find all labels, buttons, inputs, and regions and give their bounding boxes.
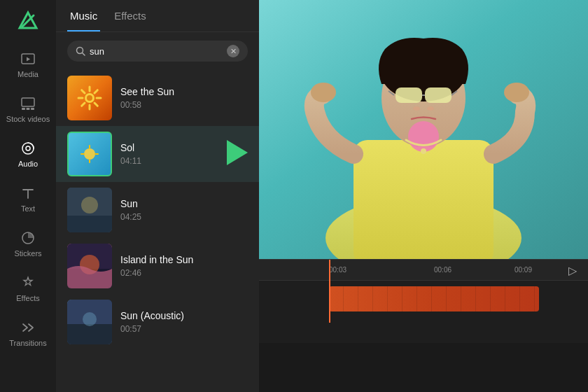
main-area: 00:03 00:06 00:09 ▷ xyxy=(259,0,588,392)
sidebar-item-media-label: Media xyxy=(18,70,38,78)
svg-rect-41 xyxy=(425,88,451,103)
audio-icon xyxy=(20,140,36,157)
list-item[interactable]: Island in the Sun 02:46 xyxy=(56,238,259,294)
search-clear-button[interactable]: ✕ xyxy=(227,45,239,57)
panel-tabs: Music Effects xyxy=(56,0,259,32)
music-info: Island in the Sun 02:46 xyxy=(120,254,248,278)
music-info: See the Sun 00:58 xyxy=(120,86,248,110)
svg-point-47 xyxy=(408,121,439,152)
music-title: Sun xyxy=(120,198,248,209)
stickers-icon xyxy=(20,230,36,246)
music-duration: 00:57 xyxy=(120,324,248,334)
svg-line-19 xyxy=(82,103,85,106)
sidebar-item-effects[interactable]: Effects xyxy=(3,266,53,311)
svg-rect-40 xyxy=(396,88,422,103)
sidebar-item-stock-videos-label: Stock videos xyxy=(6,115,50,123)
list-item[interactable]: Sun (Acoustic) 00:57 xyxy=(56,294,259,350)
transitions-icon xyxy=(20,319,36,336)
list-item[interactable]: Sol 04:11 xyxy=(56,126,259,182)
music-title: Sun (Acoustic) xyxy=(120,310,248,321)
sidebar-item-audio[interactable]: Audio xyxy=(3,132,53,176)
svg-rect-4 xyxy=(27,108,30,110)
timeline-marker-2: 00:06 xyxy=(434,266,451,274)
effects-icon xyxy=(20,274,36,291)
music-title: See the Sun xyxy=(120,86,248,97)
timeline-play-button[interactable]: ▷ xyxy=(568,263,577,276)
tab-music[interactable]: Music xyxy=(67,0,100,31)
music-panel: Music Effects ✕ xyxy=(56,0,259,392)
svg-line-16 xyxy=(82,90,85,93)
timeline: 00:03 00:06 00:09 ▷ xyxy=(259,259,588,343)
sidebar-item-text-label: Text xyxy=(21,204,35,213)
stock-videos-icon xyxy=(20,95,36,112)
music-duration: 00:58 xyxy=(120,100,248,110)
music-info: Sun (Acoustic) 00:57 xyxy=(120,310,248,334)
svg-point-48 xyxy=(311,83,336,102)
sidebar-item-stickers[interactable]: Stickers xyxy=(3,221,53,266)
music-thumbnail xyxy=(67,188,112,232)
svg-point-20 xyxy=(84,148,95,160)
search-input[interactable] xyxy=(90,46,223,57)
sidebar-item-effects-label: Effects xyxy=(16,294,39,302)
svg-point-33 xyxy=(83,312,97,326)
music-thumbnail xyxy=(67,76,112,120)
timeline-playhead xyxy=(329,260,330,323)
music-thumbnail xyxy=(67,132,112,176)
search-bar: ✕ xyxy=(67,41,248,62)
app-logo xyxy=(13,6,43,36)
search-icon xyxy=(76,46,85,56)
svg-point-7 xyxy=(26,146,30,150)
play-button[interactable] xyxy=(227,140,248,168)
timeline-marker-1: 00:03 xyxy=(329,266,346,274)
svg-rect-36 xyxy=(354,140,493,259)
svg-point-27 xyxy=(81,197,98,214)
sidebar-item-stock-videos[interactable]: Stock videos xyxy=(3,87,53,132)
svg-rect-26 xyxy=(67,216,112,232)
svg-point-45 xyxy=(413,106,420,111)
svg-rect-2 xyxy=(22,98,34,106)
sidebar-item-transitions-label: Transitions xyxy=(9,339,46,347)
svg-line-18 xyxy=(94,90,97,93)
sidebar-item-stickers-label: Stickers xyxy=(14,249,41,258)
svg-rect-5 xyxy=(31,108,34,110)
sidebar-item-media[interactable]: Media xyxy=(3,42,53,87)
video-track xyxy=(329,286,539,312)
svg-line-17 xyxy=(94,103,97,106)
svg-point-49 xyxy=(504,83,529,102)
tab-effects[interactable]: Effects xyxy=(111,0,149,31)
preview-image xyxy=(259,0,588,259)
media-icon xyxy=(20,50,36,67)
text-icon xyxy=(20,185,36,202)
sidebar-item-transitions[interactable]: Transitions xyxy=(3,311,53,356)
music-thumbnail xyxy=(67,300,112,344)
list-item[interactable]: Sun 04:25 xyxy=(56,182,259,238)
svg-rect-3 xyxy=(22,108,25,110)
svg-point-11 xyxy=(87,95,92,101)
preview-canvas xyxy=(259,0,588,259)
music-list: See the Sun 00:58 Sol 04:11 xyxy=(56,70,259,392)
sidebar-item-audio-label: Audio xyxy=(18,160,38,168)
sidebar: Media Stock videos Audio xyxy=(0,0,56,392)
music-thumbnail xyxy=(67,244,112,288)
list-item[interactable]: See the Sun 00:58 xyxy=(56,70,259,126)
music-duration: 02:46 xyxy=(120,268,248,278)
music-info: Sun 04:25 xyxy=(120,198,248,222)
svg-rect-32 xyxy=(67,324,112,344)
svg-point-46 xyxy=(427,106,434,111)
sidebar-item-text[interactable]: Text xyxy=(3,176,53,221)
svg-point-50 xyxy=(421,148,426,154)
timeline-marker-3: 00:09 xyxy=(514,266,532,274)
music-duration: 04:25 xyxy=(120,212,248,222)
music-title: Island in the Sun xyxy=(120,254,248,265)
